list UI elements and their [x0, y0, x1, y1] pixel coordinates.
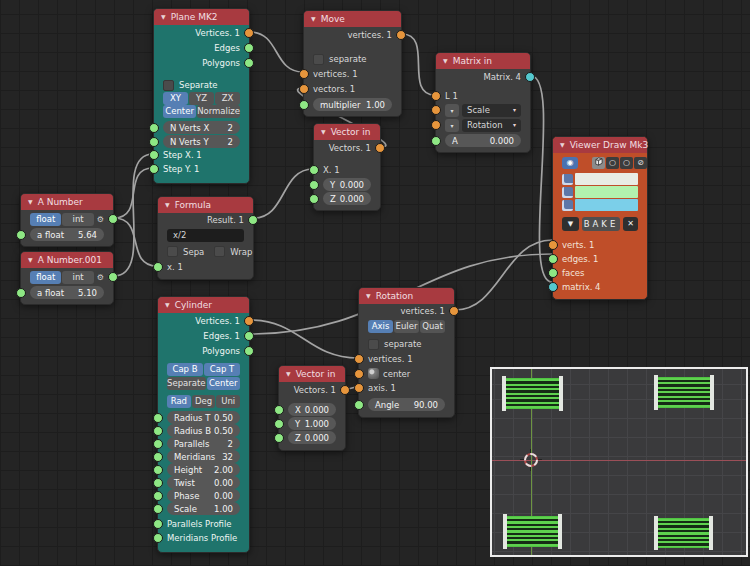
socket-in-y[interactable] — [309, 180, 319, 190]
tab-normalize[interactable]: Normalize — [197, 105, 240, 118]
socket-in-x[interactable] — [274, 405, 284, 415]
node-header[interactable]: ▼ A Number.001 — [21, 252, 113, 268]
collapse-icon[interactable]: ▼ — [443, 58, 448, 64]
y-slider[interactable]: Y 1.000 — [288, 417, 336, 430]
node-rotation[interactable]: ▼ Rotation vertices. 1 Axis Euler Quat s… — [358, 287, 455, 418]
tab-deg[interactable]: Deg — [192, 395, 216, 408]
face-color-swatch[interactable] — [575, 199, 638, 211]
node-header[interactable]: ▼ Matrix in — [436, 53, 530, 69]
node-viewer-draw-mk3[interactable]: ▼ Viewer Draw Mk3 ◉ ○ ○ ⊘ ▼ BAKE ✕ verts… — [552, 136, 648, 300]
viewport-preview[interactable] — [490, 367, 748, 557]
node-a-number[interactable]: ▼ A Number float int ⚙ a float 5.64 — [20, 193, 114, 247]
socket-in-angle[interactable] — [354, 400, 364, 410]
socket-in-a-float[interactable] — [16, 288, 26, 298]
socket-in-step-x[interactable] — [149, 150, 159, 160]
socket-out-matrix[interactable] — [525, 72, 535, 82]
clear-icon[interactable]: ✕ — [623, 217, 638, 231]
edge-color-swatch[interactable] — [575, 186, 638, 198]
collapse-icon[interactable]: ▼ — [161, 14, 166, 20]
enum-toggle-icon[interactable]: ▾ — [445, 119, 459, 132]
socket-in-x[interactable] — [309, 165, 319, 175]
separate-checkbox[interactable] — [313, 54, 324, 65]
cube-icon[interactable] — [592, 157, 605, 169]
socket-out-polygons[interactable] — [244, 58, 254, 68]
node-vector-in-bottom[interactable]: ▼ Vector in Vectors. 1 X 0.000 Y 1.000 Z… — [278, 365, 346, 451]
socket-in-parallels-profile[interactable] — [153, 519, 163, 529]
socket-in-meridians-profile[interactable] — [153, 533, 163, 543]
collapse-icon[interactable]: ▼ — [286, 371, 291, 377]
socket-in-rotation[interactable] — [431, 120, 441, 130]
y-slider[interactable]: Y 0.000 — [323, 178, 371, 191]
socket-in-z[interactable] — [274, 433, 284, 443]
expression-input[interactable]: x/2 — [167, 229, 244, 242]
tab-separate[interactable]: Separate — [167, 377, 206, 390]
tab-float[interactable]: float — [30, 271, 61, 284]
socket-out-vertices[interactable] — [244, 28, 254, 38]
socket-in-parallels[interactable] — [153, 439, 163, 449]
socket-in-phase[interactable] — [153, 491, 163, 501]
collapse-icon[interactable]: ▼ — [28, 199, 33, 205]
tab-float[interactable]: float — [30, 213, 61, 226]
vertex-color-swatch[interactable] — [575, 173, 638, 185]
socket-in-axis[interactable] — [354, 383, 364, 393]
bake-dropdown-icon[interactable]: ▼ — [562, 217, 579, 231]
radius-t-slider[interactable]: Radius T 0.50 — [167, 411, 240, 424]
z-slider[interactable]: Z 0.000 — [288, 431, 336, 444]
socket-in-verts[interactable] — [548, 240, 558, 250]
collapse-icon[interactable]: ▼ — [366, 293, 371, 299]
parallels-slider[interactable]: Parallels 2 — [167, 437, 240, 450]
socket-out-vectors[interactable] — [340, 385, 350, 395]
scale-slider[interactable]: Scale 1.00 — [167, 502, 240, 515]
angle-slider[interactable]: Angle 90.00 — [368, 398, 445, 411]
twist-slider[interactable]: Twist 0.00 — [167, 476, 240, 489]
phase-slider[interactable]: Phase 0.00 — [167, 489, 240, 502]
node-formula[interactable]: ▼ Formula Result. 1 x/2 Sepa Wrap x. 1 — [157, 196, 254, 280]
node-header[interactable]: ▼ Vector in — [314, 124, 380, 140]
socket-out-vertices[interactable] — [396, 30, 406, 40]
node-vector-in-top[interactable]: ▼ Vector in Vectors. 1 X. 1 Y 0.000 Z 0.… — [313, 123, 381, 211]
node-header[interactable]: ▼ Move — [304, 11, 401, 27]
tab-yz[interactable]: YZ — [189, 92, 214, 105]
socket-in-vectors[interactable] — [299, 84, 309, 94]
socket-in-y[interactable] — [274, 419, 284, 429]
socket-in-matrix[interactable] — [548, 282, 558, 292]
gear-icon[interactable]: ⚙ — [97, 273, 104, 282]
node-header[interactable]: ▼ Formula — [158, 197, 253, 213]
socket-out-vertices[interactable] — [449, 306, 459, 316]
gear-icon[interactable]: ⚙ — [97, 215, 104, 224]
tab-euler[interactable]: Euler — [394, 320, 419, 333]
node-header[interactable]: ▼ Rotation — [359, 288, 454, 304]
radius-b-slider[interactable]: Radius B 0.50 — [167, 424, 240, 437]
x-slider[interactable]: X 0.000 — [288, 403, 336, 416]
socket-in-scale[interactable] — [431, 105, 441, 115]
z-slider[interactable]: Z 0.000 — [323, 192, 371, 205]
socket-in-vertices[interactable] — [299, 69, 309, 79]
socket-out-vectors[interactable] — [375, 143, 385, 153]
vertex-color-icon[interactable] — [562, 174, 573, 185]
scale-dropdown[interactable]: Scale ▾ — [462, 104, 521, 117]
node-plane-mk2[interactable]: ▼ Plane MK2 Vertices. 1 Edges Polygons S… — [153, 8, 250, 184]
collapse-icon[interactable]: ▼ — [165, 202, 170, 208]
circle-icon[interactable]: ○ — [606, 157, 619, 169]
multiplier-slider[interactable]: multiplier 1.00 — [313, 98, 392, 111]
tab-axis[interactable]: Axis — [368, 320, 393, 333]
socket-in-step-y[interactable] — [149, 164, 159, 174]
separate-checkbox[interactable] — [368, 339, 379, 350]
node-header[interactable]: ▼ Plane MK2 — [154, 9, 249, 25]
a-float-slider[interactable]: a float 5.64 — [30, 228, 104, 241]
tab-int[interactable]: int — [62, 213, 93, 226]
socket-in-l[interactable] — [431, 91, 441, 101]
enum-toggle-icon[interactable]: ▾ — [445, 104, 459, 117]
socket-out-vertices[interactable] — [244, 316, 254, 326]
height-slider[interactable]: Height 2.00 — [167, 463, 240, 476]
socket-in-edges[interactable] — [548, 254, 558, 264]
circle2-icon[interactable]: ○ — [620, 157, 633, 169]
socket-in-a[interactable] — [431, 136, 441, 146]
socket-in-radius-b[interactable] — [153, 426, 163, 436]
socket-in-twist[interactable] — [153, 478, 163, 488]
socket-out-number[interactable] — [108, 272, 118, 282]
node-header[interactable]: ▼ Vector in — [279, 366, 345, 382]
node-matrix-in[interactable]: ▼ Matrix in Matrix. 4 L 1 ▾ Scale ▾ ▾ Ro… — [435, 52, 531, 153]
meridians-slider[interactable]: Meridians 32 — [167, 450, 240, 463]
face-color-icon[interactable] — [562, 200, 573, 211]
